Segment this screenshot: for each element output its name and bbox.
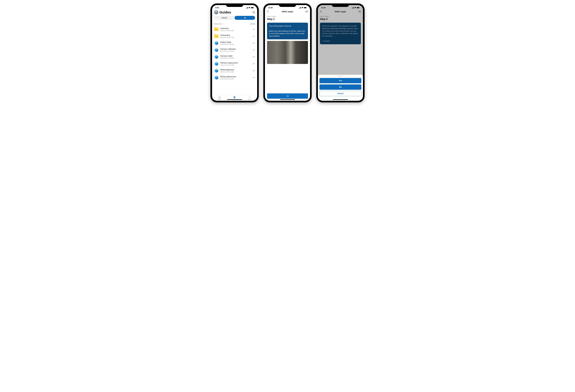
svg-rect-29 (235, 96, 235, 98)
page-title: Guides (219, 10, 251, 14)
svg-rect-28 (234, 96, 235, 98)
list-item[interactable]: Engine Swap 2021-09-21 6:13 AM ••• (212, 40, 257, 47)
sort-label[interactable]: Name (A-Z) ↓ (214, 23, 224, 25)
item-name: Inspection (220, 27, 251, 29)
svg-rect-1 (247, 8, 247, 8)
svg-rect-36 (301, 7, 301, 8)
home-indicator[interactable] (280, 99, 295, 100)
arrow-right-icon (286, 95, 289, 97)
next-button[interactable] (267, 93, 308, 99)
item-name: Harness calibration (220, 48, 251, 50)
segment-all[interactable]: All (235, 16, 255, 20)
item-date: 2020-12-03 3:32 PM (220, 71, 251, 73)
battery-icon (357, 7, 360, 8)
home-icon (218, 96, 221, 98)
svg-rect-38 (304, 7, 306, 8)
phone-step3: 10:28 HVAC repair 123 HVAC repair Step 3… (316, 3, 364, 102)
item-name: Wheel alignment (220, 69, 251, 71)
guide-icon (214, 55, 219, 59)
steps-list-icon[interactable]: 123 (358, 10, 361, 13)
battery-icon (304, 7, 307, 8)
list-item[interactable]: Onboarding 2021-05-19 6:37 AM ••• (212, 33, 257, 40)
search-icon[interactable] (253, 11, 255, 14)
more-icon[interactable]: ••• (253, 63, 255, 65)
segmented-control: Recent All (214, 16, 255, 20)
avatar[interactable] (214, 10, 218, 14)
screen-library: 6:50 Guides Recent All Name (A-Z) ↓ Sort… (212, 5, 257, 101)
header-title: HVAC repair (270, 11, 305, 13)
status-bar: 10:28 (318, 5, 363, 10)
item-name: Onboarding (220, 34, 251, 36)
phone-library: 6:50 Guides Recent All Name (A-Z) ↓ Sort… (211, 3, 259, 102)
svg-text:3: 3 (305, 12, 306, 13)
guide-icon (214, 75, 219, 80)
item-name: Harness install (220, 55, 251, 57)
home-indicator[interactable] (333, 99, 348, 100)
back-icon[interactable] (267, 10, 270, 13)
home-indicator[interactable] (227, 99, 242, 100)
svg-rect-50 (354, 7, 354, 8)
svg-rect-47 (352, 8, 352, 8)
svg-rect-3 (248, 7, 248, 8)
more-icon[interactable]: ••• (253, 35, 255, 38)
status-time: 10:28 (321, 7, 325, 9)
list-item[interactable]: Harness replacement 2021-07-12 4:12 PM •… (212, 60, 257, 67)
tab-more[interactable]: More (242, 96, 257, 100)
item-date: 2021-08-12 1:18 PM (220, 50, 251, 52)
no-button[interactable]: No (319, 84, 361, 90)
header: HVAC repair 123 (265, 10, 310, 15)
cellular-icon (246, 7, 248, 8)
header-title: HVAC repair (323, 11, 358, 13)
svg-line-8 (254, 13, 255, 13)
screen-step3: 10:28 HVAC repair 123 HVAC repair Step 3… (318, 5, 363, 101)
segment-recent[interactable]: Recent (214, 16, 235, 20)
svg-point-32 (250, 97, 251, 98)
step-photo[interactable] (267, 41, 308, 64)
list-item[interactable]: Harness calibration 2021-08-12 1:18 PM •… (212, 47, 257, 53)
list-item[interactable]: Harness install 2021-08-03 1:38 PM ••• (212, 53, 257, 60)
svg-rect-2 (247, 7, 248, 8)
more-icon[interactable]: ••• (253, 76, 255, 79)
more-icon[interactable]: ••• (253, 42, 255, 44)
list-item[interactable]: Wheel alignment 2020-12-03 3:32 PM ••• (212, 67, 257, 74)
svg-text:3: 3 (358, 12, 359, 13)
steps-list-icon[interactable]: 123 (305, 10, 308, 13)
tab-bar: Home Library More (212, 95, 257, 101)
header: Guides (212, 10, 257, 16)
folder-icon (214, 34, 219, 39)
svg-rect-6 (254, 7, 254, 8)
instruction-card: Turn off the power to the unit. Before y… (267, 23, 308, 39)
list-item[interactable]: Wiring replacement 2020-12-05 1:18 PM ••… (212, 74, 257, 81)
list-item[interactable]: Inspection 2021-11-19 6:13 AM ••• (212, 26, 257, 33)
wifi-icon (355, 7, 356, 8)
more-icon[interactable]: ••• (253, 49, 255, 51)
svg-rect-49 (353, 7, 353, 8)
guide-icon (214, 69, 219, 73)
svg-rect-5 (251, 7, 253, 8)
yes-button[interactable]: Yes (319, 78, 361, 83)
status-bar: 10:28 (265, 5, 310, 10)
cancel-button[interactable]: Cancel (319, 91, 361, 96)
svg-rect-39 (307, 7, 307, 8)
svg-point-30 (249, 97, 249, 98)
item-date: 2021-08-03 1:38 PM (220, 57, 251, 59)
status-icons (352, 7, 360, 8)
item-date: 2021-07-12 4:12 PM (220, 64, 251, 66)
status-time: 10:28 (268, 7, 273, 9)
status-icons (299, 7, 307, 8)
step-title: Step 1 (265, 17, 310, 22)
svg-rect-53 (359, 7, 359, 8)
folder-icon (214, 27, 219, 32)
breadcrumb: HVAC repair (318, 15, 363, 17)
sort-by-button[interactable]: Sort by (250, 23, 255, 25)
item-date: 2020-12-05 1:18 PM (220, 78, 251, 80)
tab-home[interactable]: Home (212, 96, 227, 100)
more-icon[interactable]: ••• (253, 70, 255, 72)
more-icon[interactable]: ••• (253, 56, 255, 58)
guide-icon (214, 48, 219, 52)
item-date: 2021-05-19 6:37 AM (220, 37, 251, 38)
sheet-grabber[interactable] (338, 76, 343, 76)
back-icon[interactable] (320, 10, 323, 13)
guides-list[interactable]: Inspection 2021-11-19 6:13 AM ••• Onboar… (212, 26, 257, 95)
more-icon[interactable]: ••• (253, 28, 255, 31)
